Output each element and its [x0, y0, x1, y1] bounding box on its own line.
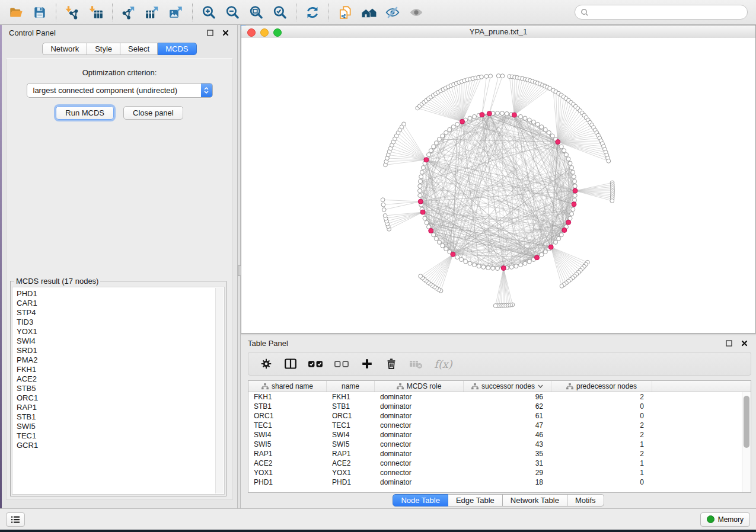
graph-leaf-node[interactable]	[383, 214, 387, 218]
graph-leaf-node[interactable]	[607, 159, 611, 163]
graph-node[interactable]	[573, 198, 577, 202]
graph-mcds-node[interactable]	[572, 202, 576, 207]
graph-node[interactable]	[518, 263, 522, 267]
tab-network-table[interactable]: Network Table	[503, 494, 567, 507]
graph-mcds-node[interactable]	[573, 188, 578, 193]
run-mcds-button[interactable]: Run MCDS	[56, 106, 114, 120]
graph-node[interactable]	[423, 216, 427, 220]
graph-leaf-node[interactable]	[500, 74, 505, 78]
refresh-layout-button[interactable]	[303, 4, 322, 21]
export-table-button[interactable]	[143, 4, 162, 21]
table-row[interactable]: ORC1ORC1dominator610	[248, 411, 751, 421]
tab-node-table[interactable]: Node Table	[393, 494, 448, 507]
graph-node[interactable]	[500, 111, 504, 116]
graph-node[interactable]	[418, 193, 422, 197]
duplicate-network-button[interactable]	[336, 4, 355, 21]
graph-leaf-node[interactable]	[493, 304, 497, 308]
table-settings-button[interactable]	[258, 355, 275, 373]
graph-node[interactable]	[420, 170, 424, 174]
table-row[interactable]: YOX1YOX1connector291	[248, 468, 751, 477]
column-header-name[interactable]: name	[327, 381, 375, 392]
mcds-result-item[interactable]: TEC1	[17, 431, 224, 441]
zoom-fit-button[interactable]	[247, 4, 266, 21]
graph-node[interactable]	[543, 250, 547, 254]
mcds-list-scrollbar[interactable]	[215, 288, 224, 493]
graph-leaf-node[interactable]	[489, 74, 493, 78]
table-scrollbar[interactable]	[742, 392, 751, 492]
save-session-button[interactable]	[30, 4, 49, 21]
graph-mcds-node[interactable]	[501, 266, 506, 271]
graph-node[interactable]	[509, 265, 513, 269]
task-history-button[interactable]	[6, 512, 25, 527]
column-header-MCDS-role[interactable]: MCDS role	[375, 381, 464, 392]
graph-node[interactable]	[572, 175, 576, 179]
hide-selected-button[interactable]	[383, 4, 402, 21]
column-header-shared-name[interactable]: shared name	[248, 381, 327, 392]
graph-node[interactable]	[568, 161, 572, 165]
mcds-result-item[interactable]: SRD1	[17, 346, 224, 355]
column-header-successor-nodes[interactable]: successor nodes	[464, 381, 551, 392]
import-network-button[interactable]	[63, 4, 82, 21]
tab-edge-table[interactable]: Edge Table	[448, 494, 503, 507]
mcds-result-item[interactable]: PMA2	[17, 355, 224, 365]
mcds-result-item[interactable]: TID3	[17, 318, 224, 327]
maximize-window-icon[interactable]	[273, 28, 282, 37]
graph-node[interactable]	[540, 252, 544, 257]
network-canvas[interactable]	[241, 38, 755, 333]
tab-network[interactable]: Network	[42, 43, 87, 55]
panel-float-button[interactable]	[205, 28, 215, 37]
graph-node[interactable]	[573, 193, 577, 197]
graph-node[interactable]	[491, 266, 495, 270]
table-row[interactable]: FKH1FKH1dominator962	[248, 392, 751, 402]
graph-node[interactable]	[570, 166, 574, 170]
mcds-result-item[interactable]: RAP1	[17, 403, 224, 412]
graph-node[interactable]	[481, 265, 486, 269]
graph-mcds-node[interactable]	[424, 158, 429, 162]
search-box[interactable]	[575, 5, 748, 20]
graph-mcds-node[interactable]	[460, 119, 465, 124]
graph-node[interactable]	[531, 120, 535, 124]
graph-node[interactable]	[543, 127, 547, 132]
graph-node[interactable]	[437, 240, 441, 244]
panel-close-button[interactable]	[739, 338, 749, 348]
network-graph[interactable]	[241, 38, 756, 334]
panel-close-button[interactable]	[221, 28, 230, 37]
graph-node[interactable]	[554, 240, 558, 244]
graph-mcds-node[interactable]	[534, 255, 539, 260]
import-table-button[interactable]	[87, 4, 106, 21]
graph-node[interactable]	[540, 125, 544, 129]
table-row[interactable]: SWI4SWI4dominator462	[248, 430, 751, 440]
mcds-result-item[interactable]: YOX1	[17, 327, 224, 336]
mcds-result-item[interactable]: STB1	[17, 412, 224, 422]
graph-node[interactable]	[444, 247, 448, 251]
graph-node[interactable]	[432, 145, 436, 149]
graph-leaf-node[interactable]	[381, 198, 385, 202]
graph-leaf-node[interactable]	[402, 122, 406, 126]
graph-node[interactable]	[427, 153, 431, 157]
graph-node[interactable]	[473, 263, 477, 267]
graph-node[interactable]	[557, 236, 561, 241]
graph-node[interactable]	[421, 166, 425, 170]
mcds-result-item[interactable]: CAR1	[17, 299, 224, 308]
graph-node[interactable]	[418, 189, 422, 193]
export-network-button[interactable]	[119, 4, 138, 21]
graph-node[interactable]	[571, 207, 575, 211]
table-row[interactable]: SWI5SWI5connector431	[248, 440, 751, 449]
graph-mcds-node[interactable]	[562, 227, 567, 232]
tab-style[interactable]: Style	[87, 43, 120, 55]
graph-leaf-node[interactable]	[610, 199, 614, 203]
graph-leaf-node[interactable]	[382, 208, 386, 212]
graph-mcds-node[interactable]	[451, 252, 455, 257]
toggle-panels-button[interactable]	[282, 355, 299, 373]
table-row[interactable]: STB1STB1dominator620	[248, 402, 751, 411]
graph-node[interactable]	[448, 127, 452, 132]
graph-leaf-node[interactable]	[381, 203, 385, 207]
graph-node[interactable]	[562, 149, 566, 153]
graph-node[interactable]	[468, 116, 472, 120]
close-panel-button[interactable]: Close panel	[123, 106, 183, 120]
tab-motifs[interactable]: Motifs	[567, 494, 604, 507]
graph-node[interactable]	[451, 125, 455, 129]
graph-node[interactable]	[523, 116, 527, 120]
tab-mcds[interactable]: MCDS	[158, 43, 196, 55]
graph-node[interactable]	[518, 114, 522, 118]
